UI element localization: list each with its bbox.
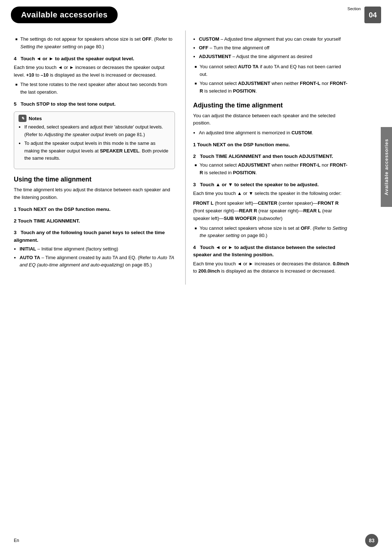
right-step3-list: CUSTOM – Adjusted time alignment that yo… bbox=[199, 36, 349, 60]
adj-step4-body: Each time you touch ◄ or ► increases or … bbox=[193, 260, 349, 276]
ta-step3-list: INITIAL – Initial time alignment (factor… bbox=[20, 245, 175, 269]
using-time-alignment-body: The time alignment lets you adjust the d… bbox=[14, 186, 175, 201]
right-custom: CUSTOM – Adjusted time alignment that yo… bbox=[199, 36, 349, 43]
right-column: CUSTOM – Adjusted time alignment that yo… bbox=[186, 30, 371, 285]
page: Available accessories Section 04 Availab… bbox=[0, 0, 392, 555]
adj-step1: 1 Touch NEXT on the DSP function menu. bbox=[193, 141, 349, 148]
step4-bullets: The test tone rotates to the next speake… bbox=[15, 81, 175, 96]
adj-step3-body2: FRONT L (front speaker left)—CENTER (cen… bbox=[193, 200, 349, 222]
right-notes: You cannot select AUTO TA if auto TA and… bbox=[195, 63, 349, 95]
step4-heading: 4 Touch ◄ or ► to adjust the speaker out… bbox=[14, 55, 175, 62]
adj-step3-body1: Each time you touch ▲ or ▼ selects the s… bbox=[193, 190, 349, 197]
step4-bullet-1: The test tone rotates to the next speake… bbox=[15, 81, 175, 96]
adj-step3-heading: 3 Touch ▲ or ▼ to select the speaker to … bbox=[193, 181, 349, 188]
notes-title: ✎ Notes bbox=[19, 115, 170, 122]
right-off: OFF – Turn the time alignment off bbox=[199, 44, 349, 52]
adj-body: You can adjust the distance between each… bbox=[193, 112, 349, 127]
adj-step3-notes: You cannot select speakers whose size is… bbox=[195, 225, 349, 240]
notes-icon: ✎ bbox=[19, 115, 26, 122]
notes-label: Notes bbox=[29, 116, 42, 121]
adj-step2-note-1: You cannot select ADJUSTMENT when neithe… bbox=[195, 162, 349, 177]
adj-bullet-list: An adjusted time alignment is memorized … bbox=[199, 129, 349, 137]
step5-heading: 5 Touch STOP to stop the test tone outpu… bbox=[14, 101, 175, 108]
note-2: To adjust the speaker output levels in t… bbox=[24, 140, 170, 162]
side-tab: Available accessories bbox=[381, 127, 392, 207]
adj-step4-heading: 4 Touch ◄ or ► to adjust the distance be… bbox=[193, 244, 349, 259]
ta-initial: INITIAL – Initial time alignment (factor… bbox=[20, 245, 175, 253]
right-note-1: You cannot select AUTO TA if auto TA and… bbox=[195, 63, 349, 78]
page-title: Available accessories bbox=[21, 10, 107, 19]
adj-step2-heading: 2 Touch TIME ALIGNNMENT and then touch A… bbox=[193, 153, 349, 160]
section-label: Section bbox=[347, 7, 361, 11]
notes-box: ✎ Notes If needed, select speakers and a… bbox=[14, 111, 175, 169]
ta-step1: 1 Touch NEXT on the DSP function menu. bbox=[14, 206, 175, 213]
note-1: If needed, select speakers and adjust th… bbox=[24, 123, 170, 139]
adj-step3-note-1: You cannot select speakers whose size is… bbox=[195, 225, 349, 240]
using-time-alignment-heading: Using the time alignment bbox=[14, 176, 175, 183]
ta-auto: AUTO TA – Time alignment created by auto… bbox=[20, 254, 175, 269]
footer-lang: En bbox=[14, 538, 19, 543]
left-column: The settings do not appear for speakers … bbox=[0, 30, 185, 285]
intro-bullet-1: The settings do not appear for speakers … bbox=[15, 36, 175, 51]
right-note-2: You cannot select ADJUSTMENT when neithe… bbox=[195, 80, 349, 95]
title-box: Available accessories bbox=[11, 7, 118, 23]
notes-list: If needed, select speakers and adjust th… bbox=[24, 123, 170, 162]
footer-page: 83 bbox=[365, 534, 378, 547]
step4-body: Each time you touch ◄ or ► increases or … bbox=[14, 64, 175, 79]
ta-step3: 3 Touch any of the following touch panel… bbox=[14, 229, 175, 244]
adj-heading: Adjusting the time alignment bbox=[193, 102, 349, 109]
intro-bullets: The settings do not appear for speakers … bbox=[15, 36, 175, 51]
ta-step2: 2 Touch TIME ALIGNNMENT. bbox=[14, 217, 175, 225]
footer: En 83 bbox=[0, 534, 392, 547]
header: Available accessories Section 04 bbox=[0, 0, 392, 27]
content-area: The settings do not appear for speakers … bbox=[0, 27, 392, 285]
adj-step2-notes: You cannot select ADJUSTMENT when neithe… bbox=[195, 162, 349, 177]
section-number: 04 bbox=[364, 7, 381, 23]
right-adjustment: ADJUSTMENT – Adjust the time alignment a… bbox=[199, 53, 349, 61]
adj-bullet-1: An adjusted time alignment is memorized … bbox=[199, 129, 349, 137]
